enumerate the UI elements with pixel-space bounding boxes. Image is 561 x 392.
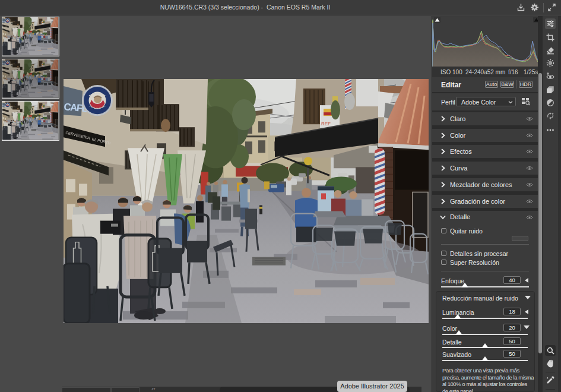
svg-text:REF: REF [321, 121, 331, 127]
